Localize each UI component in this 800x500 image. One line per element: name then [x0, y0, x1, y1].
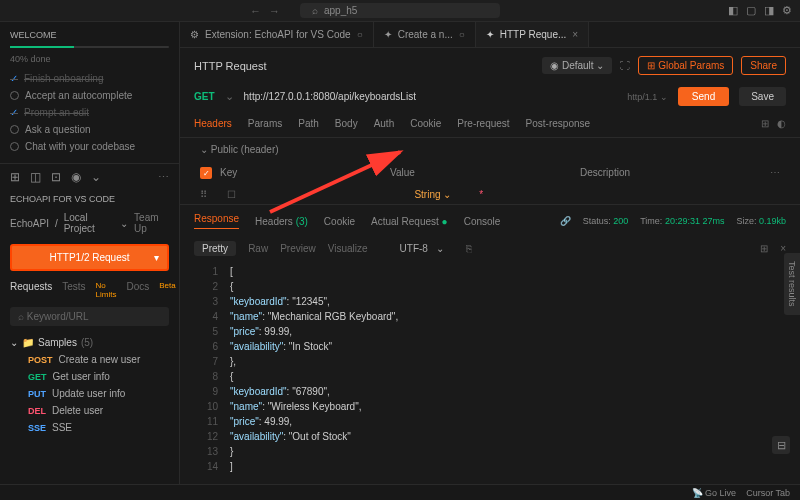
- circle-icon: [10, 125, 19, 134]
- api-icon[interactable]: ⊞: [10, 170, 20, 184]
- tree-folder[interactable]: ⌄ 📁 Samples (5): [10, 334, 169, 351]
- close-icon[interactable]: ○: [357, 29, 363, 40]
- method-badge: PUT: [28, 389, 46, 399]
- time: Time: 20:29:31 27ms: [640, 216, 724, 226]
- view-visualize[interactable]: Visualize: [328, 243, 368, 254]
- share-button[interactable]: Share: [741, 56, 786, 75]
- tab-console[interactable]: Console: [464, 216, 501, 227]
- cursor-tab[interactable]: Cursor Tab: [746, 488, 790, 498]
- sidebar-icon-row: ⊞ ◫ ⊡ ◉ ⌄ ⋯: [0, 164, 179, 190]
- tree-item[interactable]: DELDelete user: [10, 402, 169, 419]
- req-tab-body[interactable]: Body: [335, 118, 358, 129]
- select-all-checkbox[interactable]: ✓: [200, 167, 212, 179]
- sidebar: WELCOME 40% done ✓Finish onboardingAccep…: [0, 22, 180, 484]
- req-tab-params[interactable]: Params: [248, 118, 282, 129]
- icon[interactable]: ⊞: [761, 118, 769, 129]
- expand-icon[interactable]: ⛶: [620, 60, 630, 71]
- view-pretty[interactable]: Pretty: [194, 241, 236, 256]
- progress-bar: [10, 46, 169, 48]
- api-section-title: ECHOAPI FOR VS CODE: [0, 190, 179, 208]
- response-body[interactable]: 1[2 {3 "keyboardId": "12345",4 "name": "…: [180, 260, 800, 484]
- welcome-item[interactable]: ✓Finish onboarding: [10, 70, 169, 87]
- http-version[interactable]: http/1.1 ⌄: [627, 92, 668, 102]
- panel-icon[interactable]: ▢: [746, 4, 756, 17]
- back-icon[interactable]: ←: [250, 5, 261, 17]
- tab-nolimits[interactable]: No Limits: [96, 281, 117, 299]
- tab-docs[interactable]: Docs: [126, 281, 149, 299]
- tab-beta[interactable]: Beta: [159, 281, 175, 299]
- progress-text: 40% done: [10, 54, 169, 64]
- save-button[interactable]: Save: [739, 87, 786, 106]
- welcome-item[interactable]: ✓Prompt an edit: [10, 104, 169, 121]
- team-up-link[interactable]: Team Up: [134, 212, 169, 234]
- method-select[interactable]: GET: [194, 91, 215, 102]
- mock-icon[interactable]: ◉: [71, 170, 81, 184]
- annotation-arrow: [260, 142, 420, 224]
- editor-tabs: ⚙Extension: EchoAPI for VS Code○✦Create …: [180, 22, 800, 48]
- icon[interactable]: ◐: [777, 118, 786, 129]
- tab-requests[interactable]: Requests: [10, 281, 52, 299]
- toggle-panel-button[interactable]: ⊟: [772, 436, 790, 454]
- editor-tab[interactable]: ⚙Extension: EchoAPI for VS Code○: [180, 22, 374, 47]
- drag-icon[interactable]: ⠿: [200, 189, 207, 200]
- req-tab-cookie[interactable]: Cookie: [410, 118, 441, 129]
- tree-item[interactable]: POSTCreate a new user: [10, 351, 169, 368]
- checkbox-empty[interactable]: ☐: [227, 189, 236, 200]
- check-icon: ✓: [10, 107, 18, 118]
- expand-icon[interactable]: ⊞: [760, 243, 768, 254]
- chevron-down-icon[interactable]: ⌄: [91, 170, 101, 184]
- new-request-button[interactable]: HTTP1/2 Request: [10, 244, 169, 271]
- circle-icon: [10, 91, 19, 100]
- tree-item[interactable]: SSESSE: [10, 419, 169, 436]
- close-icon[interactable]: ×: [572, 29, 578, 40]
- test-results-panel[interactable]: Test results: [784, 253, 800, 315]
- tree-item[interactable]: GETGet user info: [10, 368, 169, 385]
- status: Status: 200: [583, 216, 629, 226]
- link-icon[interactable]: 🔗: [560, 216, 571, 226]
- request-tabs: HeadersParamsPathBodyAuthCookiePre-reque…: [180, 110, 800, 138]
- req-tab-headers[interactable]: Headers: [194, 118, 232, 129]
- env-selector[interactable]: ◉ Default ⌄: [542, 57, 612, 74]
- layout-icon[interactable]: ◧: [728, 4, 738, 17]
- editor-tab[interactable]: ✦Create a n...○: [374, 22, 476, 47]
- more-icon[interactable]: ⋯: [770, 167, 780, 179]
- req-tab-auth[interactable]: Auth: [374, 118, 395, 129]
- env-icon[interactable]: ⊡: [51, 170, 61, 184]
- welcome-item[interactable]: Ask a question: [10, 121, 169, 138]
- command-search[interactable]: ⌕ app_h5: [300, 3, 500, 18]
- titlebar: ← → ⌕ app_h5 ◧ ▢ ◨ ⚙: [0, 0, 800, 22]
- tree-item[interactable]: PUTUpdate user info: [10, 385, 169, 402]
- url-row: GET ⌄ http://127.0.0.1:8080/api/keyboard…: [180, 83, 800, 110]
- settings-icon[interactable]: ⚙: [782, 4, 792, 17]
- svg-line-0: [270, 152, 400, 212]
- chevron-down-icon[interactable]: ⌄: [120, 218, 128, 229]
- more-icon[interactable]: ⋯: [158, 171, 169, 184]
- breadcrumb-sep: /: [55, 218, 58, 229]
- req-tab-post-response[interactable]: Post-response: [526, 118, 590, 129]
- copy-icon[interactable]: ⎘: [466, 243, 472, 254]
- req-tab-path[interactable]: Path: [298, 118, 319, 129]
- sidebar-icon[interactable]: ◨: [764, 4, 774, 17]
- method-chevron[interactable]: ⌄: [225, 90, 234, 103]
- encoding-select[interactable]: UTF-8 ⌄: [400, 243, 445, 254]
- forward-icon[interactable]: →: [269, 5, 280, 17]
- view-raw[interactable]: Raw: [248, 243, 268, 254]
- search-input[interactable]: ⌕ Keyword/URL: [10, 307, 169, 326]
- db-icon[interactable]: ◫: [30, 170, 41, 184]
- view-preview[interactable]: Preview: [280, 243, 316, 254]
- close-icon[interactable]: ○: [459, 29, 465, 40]
- req-tab-pre-request[interactable]: Pre-request: [457, 118, 509, 129]
- breadcrumb-project[interactable]: Local Project: [64, 212, 114, 234]
- tab-tests[interactable]: Tests: [62, 281, 85, 299]
- url-input[interactable]: http://127.0.0.1:8080/api/keyboardsList: [244, 91, 618, 102]
- welcome-item[interactable]: Accept an autocomplete: [10, 87, 169, 104]
- golive-button[interactable]: 📡 Go Live: [692, 488, 737, 498]
- breadcrumb-root[interactable]: EchoAPI: [10, 218, 49, 229]
- method-badge: POST: [28, 355, 53, 365]
- send-button[interactable]: Send: [678, 87, 729, 106]
- tab-response[interactable]: Response: [194, 213, 239, 229]
- global-params-button[interactable]: ⊞ Global Params: [638, 56, 733, 75]
- welcome-item[interactable]: Chat with your codebase: [10, 138, 169, 155]
- editor-tab[interactable]: ✦HTTP Reque...×: [476, 22, 589, 47]
- sidebar-tabs: Requests Tests No Limits Docs Beta: [0, 277, 179, 303]
